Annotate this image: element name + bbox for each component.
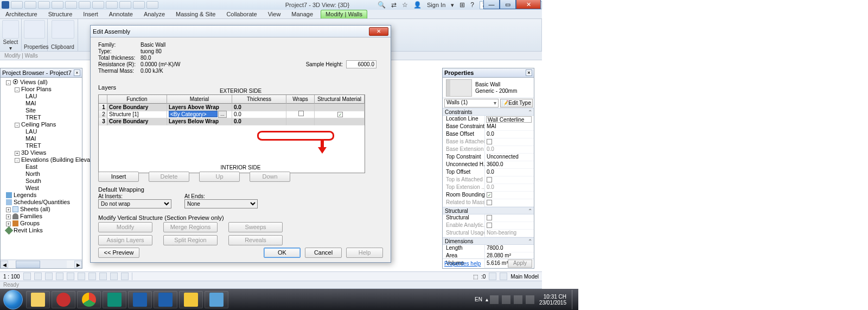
property-value[interactable] [485, 214, 534, 222]
qat-more2[interactable] [92, 1, 104, 9]
floorplans-node[interactable]: Floor Plans [21, 86, 52, 92]
main-model-label[interactable]: Main Model [510, 274, 539, 280]
tray-icon[interactable] [490, 295, 499, 304]
shadows-icon[interactable] [56, 273, 63, 280]
property-row[interactable]: Top ConstraintUnconnected [443, 154, 534, 161]
taskbar-app3[interactable] [179, 291, 203, 308]
star-icon[interactable]: ☆ [402, 1, 408, 9]
groups-node[interactable]: Groups [20, 220, 40, 226]
temp-hide-icon[interactable] [110, 273, 118, 280]
property-row[interactable]: Structural [443, 214, 534, 222]
apply-button[interactable]: Apply [508, 260, 532, 268]
tab-annotate[interactable]: Annotate [104, 10, 138, 18]
sign-in-link[interactable]: Sign In [427, 2, 445, 8]
material-browse-button[interactable]: ... [218, 111, 227, 118]
expand-icon[interactable]: - [15, 158, 20, 163]
property-value[interactable]: 3600.0 [485, 161, 534, 169]
minimize-button[interactable]: — [483, 0, 500, 9]
close-panel-icon[interactable]: × [74, 69, 80, 76]
qat-save[interactable] [24, 1, 36, 9]
table-row[interactable]: 3 Core Boundary Layers Below Wrap 0.0 [99, 118, 365, 125]
mvs-sweeps-button[interactable]: Sweeps [228, 222, 283, 232]
select-label[interactable]: Select ▾ [2, 39, 19, 52]
qat-more4[interactable] [119, 1, 131, 9]
layers-table[interactable]: Function Material Thickness Wraps Struct… [98, 94, 365, 173]
schedules-node[interactable]: Schedules/Quantities [14, 199, 70, 205]
preview-button[interactable]: << Preview [98, 248, 139, 258]
scroll-right-icon[interactable]: ▶ [74, 261, 82, 268]
close-button[interactable]: ✕ [516, 0, 541, 9]
insert-button[interactable]: Insert [98, 172, 139, 182]
help-icon[interactable]: ? [470, 1, 474, 9]
delete-button[interactable]: Delete [149, 172, 189, 182]
property-value[interactable]: Unconnected [485, 154, 534, 161]
paste-icon[interactable] [52, 20, 74, 39]
expand-icon[interactable]: + [6, 207, 11, 212]
property-value[interactable]: 7800.0 [485, 245, 534, 252]
qat-more3[interactable] [106, 1, 118, 9]
property-value[interactable]: Non-bearing [485, 230, 534, 237]
tab-manage[interactable]: Manage [286, 10, 318, 18]
group-dimensions[interactable]: Dimensions⌃ [443, 237, 534, 245]
mvs-assign-button[interactable]: Assign Layers [98, 235, 152, 245]
property-value[interactable] [485, 176, 534, 184]
function-cell[interactable]: Structure [1] [107, 111, 167, 118]
table-row[interactable]: 2 Structure [1] <By Category> ... 0.0 ✓ [99, 111, 365, 118]
app-icon[interactable] [2, 1, 9, 9]
properties-icon[interactable] [24, 20, 45, 39]
property-row[interactable]: Top Offset0.0 [443, 169, 534, 176]
properties-help-link[interactable]: Properties help [444, 261, 481, 267]
taskbar-app1[interactable] [103, 291, 126, 308]
table-row[interactable]: 1 Core Boundary Layers Above Wrap 0.0 [99, 104, 365, 111]
tab-analyze[interactable]: Analyze [138, 10, 170, 18]
close-panel-icon[interactable]: × [526, 69, 532, 76]
tab-massing[interactable]: Massing & Site [170, 10, 221, 18]
sample-height-input[interactable] [346, 60, 376, 68]
expand-icon[interactable]: + [15, 151, 20, 156]
cancel-button[interactable]: Cancel [305, 248, 342, 258]
wt2-icon[interactable] [500, 273, 507, 280]
visual-style-icon[interactable] [34, 273, 42, 280]
property-value[interactable]: 0.0 [485, 146, 534, 154]
help-button[interactable]: Help [346, 248, 383, 258]
lock-icon[interactable] [99, 273, 107, 280]
tree-item[interactable]: MAI [3, 100, 82, 107]
reveal-hidden-icon[interactable] [121, 273, 129, 280]
property-row[interactable]: Base ConstraintMAI [443, 123, 534, 131]
up-button[interactable]: Up [199, 172, 240, 182]
tab-architecture[interactable]: Architecture [0, 10, 43, 18]
maximize-button[interactable]: ▭ [500, 0, 516, 9]
qat-print[interactable] [65, 1, 77, 9]
project-tree[interactable]: -⦿ Views (all) -Floor Plans LAU MAI Site… [1, 78, 82, 234]
browser-scrollbar[interactable]: ◀ ▶ [1, 260, 82, 268]
scale-display[interactable]: 1 : 100 [3, 274, 20, 280]
at-inserts-select[interactable]: Do not wrap [98, 199, 171, 208]
property-row[interactable]: Top Extension ...0.0 [443, 184, 534, 192]
property-value[interactable] [485, 199, 534, 207]
ok-button[interactable]: OK [264, 248, 301, 258]
qat-undo[interactable] [38, 1, 50, 9]
tree-item[interactable]: LAU [3, 128, 82, 135]
sun-path-icon[interactable] [45, 273, 53, 280]
wt-icon[interactable] [489, 273, 496, 280]
thickness-cell[interactable]: 0.0 [232, 111, 286, 118]
at-ends-select[interactable]: None [184, 199, 258, 208]
property-value[interactable]: 0.0 [485, 169, 534, 176]
wraps-cell[interactable] [286, 111, 315, 118]
material-cell[interactable]: <By Category> ... [167, 111, 232, 118]
property-row[interactable]: Length7800.0 [443, 245, 534, 252]
tab-insert[interactable]: Insert [78, 10, 104, 18]
signin-dropdown-icon[interactable]: ▾ [451, 2, 454, 9]
property-value[interactable]: MAI [485, 123, 534, 131]
mvs-split-button[interactable]: Split Region [163, 235, 218, 245]
mvs-modify-button[interactable]: Modify [98, 222, 152, 232]
tab-structure[interactable]: Structure [43, 10, 78, 18]
taskbar-revit[interactable] [154, 291, 177, 308]
group-structural[interactable]: Structural⌃ [443, 207, 534, 214]
edit-type-button[interactable]: 📝 Edit Type [500, 99, 533, 107]
tree-item[interactable]: LAU [3, 93, 82, 100]
dialog-titlebar[interactable]: Edit Assembly ✕ [91, 26, 391, 37]
property-row[interactable]: Base is Attached [443, 138, 534, 146]
property-row[interactable]: Structural UsageNon-bearing [443, 230, 534, 237]
taskbar-app4[interactable] [205, 291, 228, 308]
